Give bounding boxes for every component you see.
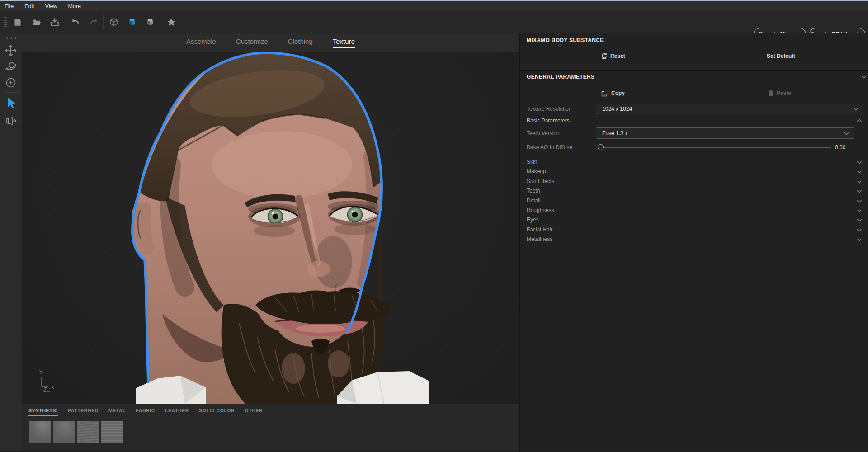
group-label: Metallness	[527, 236, 552, 242]
bake-ao-slider-track[interactable]	[604, 147, 831, 148]
axis-gizmo: Y X Z	[39, 369, 55, 392]
paste-label: Paste	[777, 90, 791, 96]
reset-icon	[600, 52, 608, 60]
param-group-skin[interactable]: Skin	[520, 157, 868, 167]
select-tool-icon[interactable]	[4, 96, 18, 110]
light-tool-icon[interactable]	[4, 115, 18, 128]
group-label: Teeth	[527, 188, 540, 194]
new-project-icon[interactable]	[13, 17, 23, 27]
chevron-up-icon[interactable]	[857, 119, 862, 122]
mat-tab-patterned[interactable]: PATTERNED	[68, 406, 99, 416]
tab-texture[interactable]: Texture	[333, 38, 355, 48]
param-group-teeth[interactable]: Teeth	[520, 186, 868, 196]
chevron-down-icon	[857, 218, 862, 222]
set-default-button[interactable]: Set Default	[767, 51, 795, 61]
parameters-panel: MIXAMO BODY SUBSTANCE Reset Set Default …	[519, 33, 868, 451]
chevron-down-icon[interactable]	[861, 75, 867, 79]
chevron-down-icon	[857, 170, 862, 174]
tab-assemble[interactable]: Assemble	[186, 38, 216, 48]
group-label: Eyes	[527, 217, 539, 223]
cube-textured-icon[interactable]	[145, 17, 155, 27]
bake-ao-value-underline	[835, 154, 854, 154]
toolbar-divider	[65, 15, 65, 30]
cube-wireframe-icon[interactable]	[109, 17, 119, 27]
paste-button[interactable]: Paste	[768, 88, 791, 99]
mat-tab-leather[interactable]: LEATHER	[165, 406, 189, 416]
pan-tool-icon[interactable]	[4, 44, 18, 57]
toolbar: Save to Mixamo Save to CC Libraries	[0, 11, 868, 33]
redo-icon[interactable]	[89, 17, 99, 27]
chevron-down-icon	[857, 199, 862, 203]
teeth-version-label: Teeth Version	[527, 130, 560, 137]
panel-title: MIXAMO BODY SUBSTANCE	[527, 37, 604, 43]
bake-ao-slider-handle[interactable]	[598, 144, 604, 150]
param-group-sun-effects[interactable]: Sun Effects	[520, 177, 868, 186]
toolbar-divider	[160, 15, 160, 30]
menu-more[interactable]: More	[68, 3, 81, 9]
chevron-down-icon	[857, 160, 862, 164]
param-group-makeup[interactable]: Makeup	[520, 167, 868, 176]
axis-x-label: X	[51, 385, 55, 390]
sidebar-grip[interactable]	[6, 37, 17, 39]
copy-label: Copy	[611, 90, 625, 96]
menu-view[interactable]: View	[45, 3, 57, 9]
mat-tab-solid-color[interactable]: SOLID COLOR	[199, 406, 235, 416]
panel-divider	[520, 70, 868, 71]
zoom-tool-icon[interactable]	[4, 76, 18, 89]
mat-tab-fabric[interactable]: FABRIC	[136, 406, 155, 416]
chevron-down-icon	[857, 238, 862, 241]
param-group-facial-hair[interactable]: Facial Hair	[520, 225, 868, 235]
param-group-roughness[interactable]: Roughness	[520, 206, 868, 215]
tab-customize[interactable]: Customize	[236, 38, 268, 48]
teeth-version-dropdown[interactable]: Fuse 1.3 +	[596, 127, 854, 139]
character-head-render: Y X Z	[22, 52, 519, 404]
tool-sidebar	[0, 33, 22, 451]
material-swatch[interactable]	[53, 421, 75, 443]
import-icon[interactable]	[50, 17, 60, 27]
mat-tab-metal[interactable]: METAL	[108, 406, 126, 416]
star-icon[interactable]	[166, 17, 176, 27]
copy-icon	[601, 89, 609, 97]
texture-resolution-dropdown[interactable]: 1024 x 1024	[596, 104, 863, 114]
menu-file[interactable]: File	[5, 3, 14, 9]
param-group-metallness[interactable]: Metallness	[520, 235, 868, 244]
param-group-eyes[interactable]: Eyes	[520, 215, 868, 225]
group-label: Facial Hair	[527, 226, 552, 233]
group-label: Detail	[527, 198, 541, 204]
copy-button[interactable]: Copy	[601, 88, 625, 99]
axis-y-label: Y	[39, 369, 43, 375]
group-label: Makeup	[527, 168, 546, 174]
paste-icon	[768, 89, 774, 97]
reset-label: Reset	[610, 53, 625, 59]
axis-z-label: Z	[44, 386, 47, 392]
menubar: File Edit View More	[0, 1, 868, 11]
bake-ao-label: Bake AO In Diffuse	[527, 144, 572, 151]
open-project-icon[interactable]	[32, 17, 42, 27]
tab-clothing[interactable]: Clothing	[288, 38, 313, 48]
material-swatch[interactable]	[29, 421, 51, 443]
material-swatch[interactable]	[101, 421, 123, 443]
3d-viewport[interactable]: Y X Z	[22, 52, 519, 404]
reset-button[interactable]: Reset	[600, 51, 625, 61]
toolbar-grip[interactable]	[4, 17, 7, 28]
menu-edit[interactable]: Edit	[24, 3, 34, 9]
mat-tab-synthetic[interactable]: SYNTHETIC	[28, 406, 58, 416]
chevron-down-icon	[857, 228, 862, 232]
orbit-tool-icon[interactable]	[4, 60, 18, 73]
sidebar-divider	[4, 92, 19, 93]
material-category-tabs: SYNTHETIC PATTERNED METAL FABRIC LEATHER…	[28, 406, 263, 416]
material-swatch[interactable]	[77, 421, 99, 443]
teeth-version-value: Fuse 1.3 +	[602, 130, 628, 137]
general-parameters-header[interactable]: GENERAL PARAMETERS	[527, 74, 594, 80]
param-group-detail[interactable]: Detail	[520, 196, 868, 206]
chevron-down-icon	[844, 132, 849, 135]
bake-ao-value[interactable]: 0.00	[835, 144, 845, 151]
chevron-down-icon	[857, 209, 862, 212]
toolbar-divider	[103, 15, 104, 30]
cube-shaded-icon[interactable]	[127, 17, 137, 27]
group-label: Sun Effects	[527, 178, 554, 184]
mat-tab-other[interactable]: OTHER	[245, 406, 263, 416]
basic-parameters-header[interactable]: Basic Parameters	[527, 118, 570, 124]
chevron-down-icon	[853, 107, 859, 111]
undo-icon[interactable]	[71, 17, 80, 27]
